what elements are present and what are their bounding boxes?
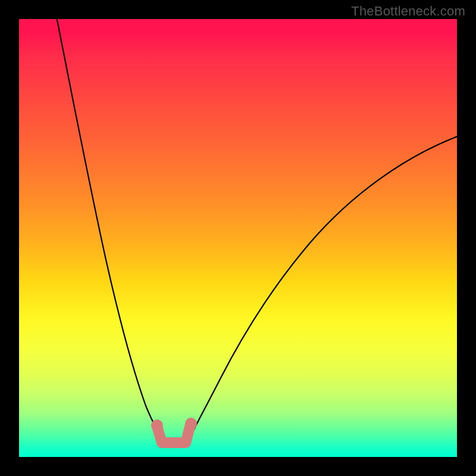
marker-endpoint-left <box>151 419 163 431</box>
plot-area <box>19 19 457 457</box>
watermark-text: TheBottleneck.com <box>351 4 465 19</box>
right-branch-curve <box>193 136 457 431</box>
chart-frame: TheBottleneck.com <box>0 0 476 476</box>
left-branch-curve <box>56 19 159 433</box>
curve-svg <box>19 19 457 457</box>
marker-endpoint-right <box>185 418 197 430</box>
